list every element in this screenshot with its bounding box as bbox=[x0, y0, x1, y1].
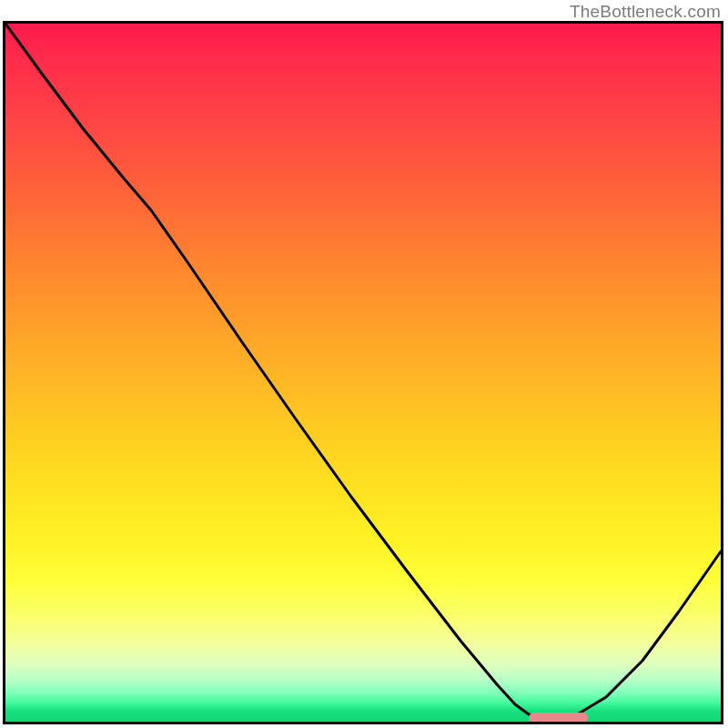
bottleneck-curve-path bbox=[5, 24, 721, 719]
chart-frame bbox=[3, 21, 723, 724]
chart-curve-svg bbox=[5, 24, 721, 722]
optimal-range-marker bbox=[529, 713, 588, 723]
watermark-text: TheBottleneck.com bbox=[570, 2, 721, 22]
